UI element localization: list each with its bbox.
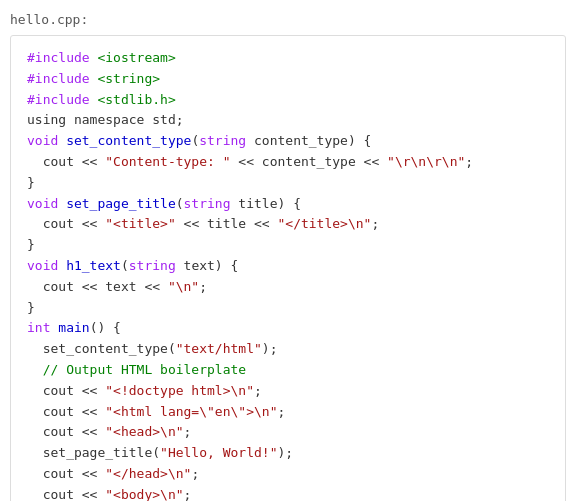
code-token: void [27, 258, 66, 273]
code-token: "Content-type: " [105, 154, 230, 169]
code-token: cout << [27, 383, 105, 398]
code-token: "<body>\n" [105, 487, 183, 501]
code-line: cout << "<title>" << title << "</title>\… [27, 214, 549, 235]
code-token: void [27, 196, 66, 211]
code-token: h1_text [66, 258, 121, 273]
code-token: #include [27, 92, 97, 107]
code-token: string [184, 196, 231, 211]
code-token: "Hello, World!" [160, 445, 277, 460]
code-token: ; [277, 404, 285, 419]
code-line: cout << text << "\n"; [27, 277, 549, 298]
code-token: content_type) { [246, 133, 371, 148]
code-token: << content_type << [231, 154, 388, 169]
code-line: int main() { [27, 318, 549, 339]
code-token: main [58, 320, 89, 335]
code-line: using namespace std; [27, 110, 549, 131]
code-token [27, 362, 43, 377]
code-token: } [27, 175, 35, 190]
code-token: "<title>" [105, 216, 175, 231]
code-token: cout << [27, 424, 105, 439]
code-token: string [199, 133, 246, 148]
code-block: #include <iostream>#include <string>#inc… [27, 48, 549, 501]
code-token: ; [199, 279, 207, 294]
code-token: "text/html" [176, 341, 262, 356]
code-token: cout << [27, 404, 105, 419]
code-line: cout << "<body>\n"; [27, 485, 549, 501]
code-line: cout << "<!doctype html>\n"; [27, 381, 549, 402]
code-line: cout << "</head>\n"; [27, 464, 549, 485]
code-token: } [27, 237, 35, 252]
code-token: ; [184, 424, 192, 439]
code-token: using namespace std; [27, 112, 184, 127]
code-token: ( [176, 196, 184, 211]
code-token: "<head>\n" [105, 424, 183, 439]
code-line: void set_page_title(string title) { [27, 194, 549, 215]
code-token: "</title>\n" [277, 216, 371, 231]
code-token: ( [121, 258, 129, 273]
code-token: cout << [27, 487, 105, 501]
code-token: ; [191, 466, 199, 481]
code-token: #include [27, 50, 97, 65]
code-token: set_content_type( [27, 341, 176, 356]
code-token: cout << [27, 466, 105, 481]
code-line: } [27, 298, 549, 319]
code-token: cout << [27, 216, 105, 231]
code-token: string [129, 258, 176, 273]
code-line: #include <iostream> [27, 48, 549, 69]
code-token: int [27, 320, 58, 335]
code-line: cout << "<head>\n"; [27, 422, 549, 443]
code-line: set_page_title("Hello, World!"); [27, 443, 549, 464]
code-token: set_page_title( [27, 445, 160, 460]
code-line: void set_content_type(string content_typ… [27, 131, 549, 152]
code-token: ); [277, 445, 293, 460]
code-token: <stdlib.h> [97, 92, 175, 107]
code-token: cout << text << [27, 279, 168, 294]
code-line: } [27, 235, 549, 256]
code-line: #include <string> [27, 69, 549, 90]
code-token: "\r\n\r\n" [387, 154, 465, 169]
code-token: ); [262, 341, 278, 356]
code-container: #include <iostream>#include <string>#inc… [10, 35, 566, 501]
code-token: ; [465, 154, 473, 169]
code-line: cout << "Content-type: " << content_type… [27, 152, 549, 173]
code-line: } [27, 173, 549, 194]
code-token: void [27, 133, 66, 148]
code-token: ; [254, 383, 262, 398]
code-token: <iostream> [97, 50, 175, 65]
code-token: << title << [176, 216, 278, 231]
code-token: "</head>\n" [105, 466, 191, 481]
code-token: cout << [27, 154, 105, 169]
code-token: title) { [231, 196, 301, 211]
code-token: ; [371, 216, 379, 231]
code-token: "\n" [168, 279, 199, 294]
code-token: <string> [97, 71, 160, 86]
code-token: } [27, 300, 35, 315]
code-token: #include [27, 71, 97, 86]
file-label: hello.cpp: [10, 10, 566, 29]
code-token: () { [90, 320, 121, 335]
code-line: // Output HTML boilerplate [27, 360, 549, 381]
code-token: ; [184, 487, 192, 501]
code-token: "<!doctype html>\n" [105, 383, 254, 398]
code-line: void h1_text(string text) { [27, 256, 549, 277]
code-token: // Output HTML boilerplate [43, 362, 247, 377]
code-token: set_content_type [66, 133, 191, 148]
code-token: set_page_title [66, 196, 176, 211]
code-token: "<html lang=\"en\">\n" [105, 404, 277, 419]
code-token: text) { [176, 258, 239, 273]
code-line: #include <stdlib.h> [27, 90, 549, 111]
code-line: set_content_type("text/html"); [27, 339, 549, 360]
code-line: cout << "<html lang=\"en\">\n"; [27, 402, 549, 423]
